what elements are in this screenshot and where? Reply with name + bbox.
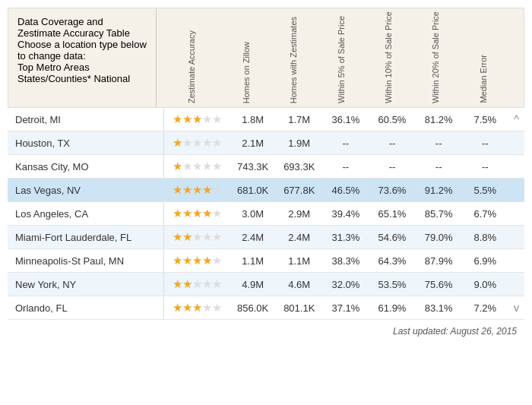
data-cell: -- (369, 155, 415, 179)
star-rating: ★★★★★ (164, 179, 230, 202)
scroll-arrow[interactable] (508, 179, 524, 202)
star-rating: ★★★★★ (164, 155, 230, 179)
data-cell: 1.1M (276, 249, 322, 273)
table-row: Las Vegas, NV★★★★★681.0K677.8K46.5%73.6%… (8, 179, 524, 202)
data-cell: 36.1% (322, 108, 369, 131)
table-row: Detroit, MI★★★★★1.8M1.7M36.1%60.5%81.2%7… (8, 108, 524, 131)
data-cell: 32.0% (322, 273, 369, 296)
column-header: Within 10% of Sale Price (365, 11, 412, 103)
data-cell: -- (462, 155, 508, 179)
data-cell: -- (322, 131, 369, 155)
data-cell: 801.1K (276, 296, 322, 320)
data-cell: -- (322, 155, 369, 179)
scroll-arrow[interactable] (508, 273, 524, 296)
column-header: Homes with Zestimates (270, 17, 317, 103)
main-table: Detroit, MI★★★★★1.8M1.7M36.1%60.5%81.2%7… (8, 108, 524, 320)
data-cell: 6.7% (462, 202, 508, 226)
data-cell: -- (416, 155, 462, 179)
star-rating: ★★★★★ (164, 226, 230, 249)
page-title: Data Coverage and Zestimate Accuracy Tab… (17, 16, 147, 39)
data-cell: -- (462, 131, 508, 155)
data-cell: 39.4% (322, 202, 369, 226)
left-panel: Data Coverage and Zestimate Accuracy Tab… (8, 8, 157, 107)
scroll-arrow[interactable] (508, 131, 524, 155)
city-name: Detroit, MI (8, 108, 164, 131)
table-row: Kansas City, MO★★★★★743.3K693.3K-------- (8, 155, 524, 179)
data-cell: 1.9M (276, 131, 322, 155)
star-rating: ★★★★★ (164, 131, 230, 155)
data-cell: 743.3K (230, 155, 276, 179)
data-cell: 6.9% (462, 249, 508, 273)
table-row: Houston, TX★★★★★2.1M1.9M-------- (8, 131, 524, 155)
star-rating: ★★★★★ (164, 249, 230, 273)
scroll-arrow[interactable] (508, 249, 524, 273)
data-cell: 64.3% (369, 249, 415, 273)
data-cell: 81.2% (416, 108, 462, 131)
star-rating: ★★★★★ (164, 273, 230, 296)
data-cell: 9.0% (462, 273, 508, 296)
scroll-arrow[interactable] (508, 155, 524, 179)
footer-note: Last updated: August 26, 2015 (8, 320, 524, 340)
column-headers: Zestimate AccuracyHomes on ZillowHomes w… (157, 8, 524, 107)
data-cell: 87.9% (416, 249, 462, 273)
data-cell: 693.3K (276, 155, 322, 179)
data-cell: 65.1% (369, 202, 415, 226)
data-cell: 91.2% (416, 179, 462, 202)
data-cell: 54.6% (369, 226, 415, 249)
data-cell: 2.4M (230, 226, 276, 249)
city-name: Minneapolis-St Paul, MN (8, 249, 164, 273)
data-cell: 1.8M (230, 108, 276, 131)
main-container: Data Coverage and Zestimate Accuracy Tab… (0, 0, 532, 347)
data-cell: 75.6% (416, 273, 462, 296)
city-name: Las Vegas, NV (8, 179, 164, 202)
nav-national[interactable]: National (93, 73, 130, 84)
subtitle-text: Choose a location type below to change d… (17, 39, 147, 62)
star-rating: ★★★★★ (164, 296, 230, 320)
table-row: Orlando, FL★★★★★856.0K801.1K37.1%61.9%83… (8, 296, 524, 320)
data-table-wrapper: Detroit, MI★★★★★1.8M1.7M36.1%60.5%81.2%7… (8, 108, 524, 320)
data-cell: 2.4M (276, 226, 322, 249)
data-cell: -- (416, 131, 462, 155)
data-cell: 8.8% (462, 226, 508, 249)
data-cell: 7.5% (462, 108, 508, 131)
scroll-arrow[interactable]: v (508, 296, 524, 320)
city-name: Los Angeles, CA (8, 202, 164, 226)
city-name: Kansas City, MO (8, 155, 164, 179)
data-cell: -- (369, 131, 415, 155)
column-header: Homes on Zillow (223, 42, 270, 103)
data-cell: 79.0% (416, 226, 462, 249)
star-rating: ★★★★★ (164, 108, 230, 131)
data-cell: 4.6M (276, 273, 322, 296)
data-cell: 46.5% (322, 179, 369, 202)
city-name: Miami-Fort Lauderdale, FL (8, 226, 164, 249)
data-cell: 5.5% (462, 179, 508, 202)
data-cell: 37.1% (322, 296, 369, 320)
data-cell: 1.7M (276, 108, 322, 131)
city-name: New York, NY (8, 273, 164, 296)
column-header: Within 20% of Sale Price (412, 11, 459, 103)
nav-states-counties[interactable]: States/Counties* (17, 73, 91, 84)
table-row: Miami-Fort Lauderdale, FL★★★★★2.4M2.4M31… (8, 226, 524, 249)
table-row: Minneapolis-St Paul, MN★★★★★1.1M1.1M38.3… (8, 249, 524, 273)
data-cell: 53.5% (369, 273, 415, 296)
star-rating: ★★★★★ (164, 202, 230, 226)
scroll-arrow[interactable] (508, 202, 524, 226)
data-cell: 38.3% (322, 249, 369, 273)
data-cell: 681.0K (230, 179, 276, 202)
data-cell: 4.9M (230, 273, 276, 296)
data-cell: 677.8K (276, 179, 322, 202)
header-section: Data Coverage and Zestimate Accuracy Tab… (8, 8, 524, 108)
city-name: Houston, TX (8, 131, 164, 155)
column-header: Within 5% of Sale Price (318, 16, 365, 103)
column-header: Median Error (460, 55, 507, 103)
data-cell: 60.5% (369, 108, 415, 131)
table-row: Los Angeles, CA★★★★★3.0M2.9M39.4%65.1%85… (8, 202, 524, 226)
data-cell: 2.9M (276, 202, 322, 226)
column-header: Zestimate Accuracy (160, 30, 223, 103)
scroll-arrow[interactable] (508, 226, 524, 249)
scroll-arrow[interactable]: ^ (508, 108, 524, 131)
city-name: Orlando, FL (8, 296, 164, 320)
nav-top-metro[interactable]: Top Metro Areas (17, 62, 90, 73)
data-cell: 1.1M (230, 249, 276, 273)
table-row: New York, NY★★★★★4.9M4.6M32.0%53.5%75.6%… (8, 273, 524, 296)
